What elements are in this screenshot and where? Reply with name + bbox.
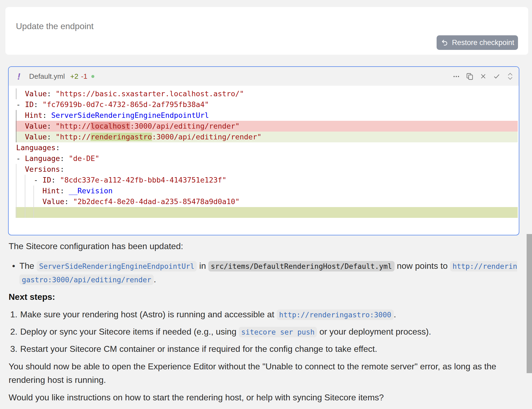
code-line: - ID: "8cdc337e-a112-42fb-bbb4-4143751e1… <box>9 175 519 185</box>
response-text: The <box>19 261 37 271</box>
code-line: Hint: __Revision <box>9 185 519 196</box>
inline-code-link[interactable]: gastro:3000/api/editing/render <box>19 274 154 285</box>
modified-warning-icon: ! <box>9 71 29 82</box>
code-line: Value: "https://basic.sxastarter.localho… <box>9 88 519 99</box>
accept-button[interactable] <box>493 73 500 80</box>
code-token: "http:// <box>56 133 91 141</box>
inline-code-link[interactable]: http://renderingastro:3000 <box>277 310 394 320</box>
chevron-up-down-icon <box>507 71 513 82</box>
code-line: Versions: <box>9 164 519 175</box>
code-token <box>16 187 43 195</box>
close-button[interactable] <box>480 73 487 80</box>
code-token: : <box>64 197 73 206</box>
code-token: - <box>16 100 25 109</box>
code-token <box>16 122 25 130</box>
list-item-number: 1. <box>10 308 18 321</box>
code-line: - ID: "fc76919b-0d7c-4732-865d-2af795fb3… <box>9 99 519 110</box>
diff-header: ! Default.yml +2 -1 <box>9 67 519 86</box>
code-line: Languages: <box>9 142 519 153</box>
check-icon <box>493 73 500 80</box>
list-item: 1.Make sure your rendering host (Astro) … <box>9 308 532 321</box>
response-text: rendering host is running. <box>9 375 106 385</box>
response-text: Would you like instructions on how to st… <box>9 393 384 402</box>
response-text: or your deployment process). <box>317 327 431 336</box>
code-token: ID <box>43 176 51 184</box>
code-token: Value <box>25 90 47 98</box>
code-token: ServerSideRenderingEngineEndpointUrl <box>51 111 209 119</box>
code-token <box>16 111 25 119</box>
user-message-card: Update the endpoint Restore checkpoint <box>5 7 528 55</box>
list-item: 3.Restart your Sitecore CM container or … <box>9 342 532 356</box>
code-token: Value <box>43 197 64 206</box>
diff-word-highlight: localhost <box>91 122 130 130</box>
discard-icon <box>441 39 448 46</box>
diff-added-count: +2 <box>70 72 78 81</box>
diff-word-highlight: renderingastro <box>91 133 152 141</box>
user-message-text: Update the endpoint <box>16 22 94 30</box>
code-token: : <box>60 154 69 163</box>
list-item: 2.Deploy or sync your Sitecore items if … <box>9 325 532 338</box>
restore-checkpoint-label: Restore checkpoint <box>452 39 514 47</box>
code-token: :3000/api/editing/render" <box>130 122 240 130</box>
code-line: Value: "http://renderingastro:3000/api/e… <box>9 132 519 142</box>
code-token: : <box>47 90 56 98</box>
code-token <box>16 165 25 173</box>
inline-code-link[interactable]: ServerSideRenderingEngineEndpointUrl <box>37 261 197 271</box>
response-text: Make sure your rendering host (Astro) is… <box>20 310 277 319</box>
close-icon <box>480 73 486 80</box>
indent-guide <box>33 207 34 218</box>
code-line: - Language: "de-DE" <box>9 153 519 164</box>
list-item: The ServerSideRenderingEngineEndpointUrl… <box>9 259 532 286</box>
code-token: : <box>47 133 56 141</box>
diff-code-block: ! Default.yml +2 -1 Value: "https://basi… <box>8 66 519 235</box>
assistant-response: The Sitecore configuration has been upda… <box>9 239 532 408</box>
diff-file-name: Default.yml <box>29 72 65 81</box>
code-token: :3000/api/editing/render" <box>152 133 261 141</box>
indent-guide <box>16 207 16 218</box>
bullet-list: The ServerSideRenderingEngineEndpointUrl… <box>9 259 532 286</box>
code-token: : <box>43 111 51 119</box>
diff-code-content: Value: "https://basic.sxastarter.localho… <box>9 86 519 218</box>
code-line: Hint: ServerSideRenderingEngineEndpointU… <box>9 110 519 121</box>
response-text: in <box>197 261 208 271</box>
code-token: Value <box>25 133 47 141</box>
more-actions-button[interactable] <box>453 73 460 80</box>
collapse-button[interactable] <box>507 73 514 80</box>
response-paragraph: You should now be able to open the Exper… <box>9 360 532 387</box>
code-token: : <box>60 187 69 195</box>
more-actions-icon <box>453 73 460 80</box>
response-text: The Sitecore configuration has been upda… <box>9 241 183 251</box>
code-token: : <box>60 165 64 173</box>
code-line: Value: "http://localhost:3000/api/editin… <box>9 121 519 132</box>
scrollbar-thumb[interactable] <box>527 234 532 373</box>
code-token: "https://basic.sxastarter.localhost.astr… <box>56 90 244 98</box>
code-token: : <box>56 143 60 152</box>
code-token: ID <box>25 100 34 109</box>
code-token: Language <box>25 154 60 163</box>
code-token <box>16 133 25 141</box>
list-item-number: 3. <box>10 342 18 356</box>
code-token: : <box>34 100 43 109</box>
code-token: __Revision <box>69 187 113 195</box>
code-token: : <box>47 122 56 130</box>
response-text: . <box>154 274 156 284</box>
diff-removed-count: -1 <box>81 72 88 81</box>
code-token: Value <box>25 122 47 130</box>
code-token: - <box>16 176 43 184</box>
diff-toolbar <box>453 73 514 80</box>
code-token: Hint <box>25 111 43 119</box>
response-text: Restart your Sitecore CM container or in… <box>20 344 377 354</box>
inline-code-link[interactable]: http://renderin <box>450 261 517 271</box>
diff-line-background <box>16 207 518 218</box>
response-text: now points to <box>395 261 450 271</box>
restore-checkpoint-button[interactable]: Restore checkpoint <box>437 35 518 50</box>
code-line: Value: "2b2decf4-8e20-4dad-a235-85478a9d… <box>9 196 519 207</box>
inline-code-link[interactable]: sitecore ser push <box>239 327 317 337</box>
code-token: "2b2decf4-8e20-4dad-a235-85478a9d0a10" <box>73 197 240 206</box>
copy-button[interactable] <box>466 73 473 80</box>
code-token: Hint <box>43 187 60 195</box>
list-item-number: 2. <box>10 325 18 338</box>
inline-code-path: src/items/DefaultRenderingHost/Default.y… <box>208 261 394 271</box>
code-token: Languages <box>16 143 56 152</box>
modified-dot-icon <box>91 75 94 78</box>
